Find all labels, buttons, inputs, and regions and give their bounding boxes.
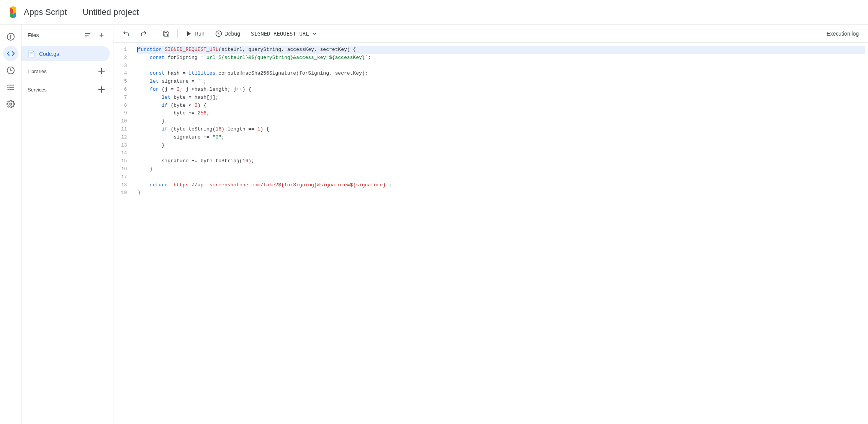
line-num-9: 9 bbox=[118, 109, 130, 117]
chevron-down-icon bbox=[311, 31, 318, 37]
app-name: Apps Script bbox=[24, 7, 67, 17]
file-panel-header: Files bbox=[21, 24, 113, 46]
sidebar-item-triggers[interactable] bbox=[3, 63, 18, 78]
code-line-2: const forSigning =`url=${siteUrl}&${quer… bbox=[138, 54, 865, 62]
line-num-11: 11 bbox=[118, 126, 130, 134]
code-icon bbox=[7, 49, 15, 58]
add-file-button[interactable] bbox=[96, 30, 107, 41]
debug-icon bbox=[215, 30, 222, 37]
code-line-10: } bbox=[138, 117, 865, 126]
file-panel: Files 📄 Code bbox=[21, 24, 113, 424]
code-line-7: let byte = hash[j]; bbox=[138, 94, 865, 102]
add-library-button[interactable] bbox=[96, 66, 107, 77]
line-num-16: 16 bbox=[118, 165, 130, 173]
run-label: Run bbox=[195, 31, 205, 37]
add-service-button[interactable] bbox=[96, 84, 107, 95]
list-icon bbox=[7, 83, 15, 91]
code-line-15: signature += byte.toString(16); bbox=[138, 157, 865, 165]
code-line-18: return `https://api.screenshotone.com/ta… bbox=[138, 181, 865, 189]
code-line-3 bbox=[138, 62, 865, 70]
line-num-7: 7 bbox=[118, 94, 130, 102]
services-title: Services bbox=[28, 87, 47, 93]
code-line-12: signature += "0"; bbox=[138, 134, 865, 142]
code-line-13: } bbox=[138, 142, 865, 150]
sort-files-button[interactable] bbox=[82, 30, 93, 41]
execution-log-button[interactable]: Execution log bbox=[822, 28, 863, 39]
line-num-8: 8 bbox=[118, 102, 130, 110]
file-item-code-gs[interactable]: 📄 Code.gs bbox=[21, 46, 110, 61]
line-num-17: 17 bbox=[118, 173, 130, 181]
undo-icon bbox=[123, 30, 129, 37]
code-line-4: const hash = Utilities.computeHmacSha256… bbox=[138, 70, 865, 78]
libraries-title: Libraries bbox=[28, 68, 47, 74]
file-panel-actions bbox=[82, 30, 107, 41]
google-apps-script-logo bbox=[6, 5, 20, 19]
undo-button[interactable] bbox=[118, 28, 134, 39]
plus-icon bbox=[96, 84, 107, 95]
toolbar-divider-1 bbox=[155, 29, 155, 38]
toolbar: Run Debug SIGNED_REQUEST_URL Execution l… bbox=[113, 24, 868, 43]
line-num-5: 5 bbox=[118, 78, 130, 86]
sidebar-item-info[interactable] bbox=[3, 29, 18, 44]
sidebar-item-executions[interactable] bbox=[3, 80, 18, 95]
header-divider bbox=[75, 7, 75, 18]
save-button[interactable] bbox=[158, 28, 174, 39]
code-line-1: function SIGNED_REQUEST_URL(siteUrl, que… bbox=[138, 46, 865, 54]
code-line-5: let signature = ''; bbox=[138, 78, 865, 86]
code-line-17 bbox=[138, 173, 865, 181]
gear-icon bbox=[7, 100, 15, 108]
line-num-15: 15 bbox=[118, 157, 130, 165]
plus-icon bbox=[96, 66, 107, 77]
line-num-19: 19 bbox=[118, 189, 130, 197]
debug-button[interactable]: Debug bbox=[211, 28, 245, 39]
line-num-6: 6 bbox=[118, 86, 130, 94]
file-name: Code.gs bbox=[39, 51, 59, 57]
debug-label: Debug bbox=[224, 31, 240, 37]
libraries-section-header: Libraries bbox=[21, 61, 113, 80]
project-name[interactable]: Untitled project bbox=[83, 7, 139, 17]
save-icon bbox=[163, 30, 170, 37]
function-selector[interactable]: SIGNED_REQUEST_URL bbox=[246, 28, 322, 39]
sidebar-item-settings[interactable] bbox=[3, 96, 18, 112]
sidebar-item-editor[interactable] bbox=[3, 46, 18, 61]
line-num-2: 2 bbox=[118, 54, 130, 62]
line-num-14: 14 bbox=[118, 149, 130, 157]
line-num-4: 4 bbox=[118, 70, 130, 78]
clock-icon bbox=[7, 66, 15, 75]
main-layout: Files 📄 Code bbox=[0, 24, 868, 424]
services-section-header: Services bbox=[21, 80, 113, 98]
icon-sidebar bbox=[0, 24, 21, 424]
line-num-3: 3 bbox=[118, 62, 130, 70]
line-num-10: 10 bbox=[118, 117, 130, 126]
code-line-19: } bbox=[138, 189, 865, 197]
redo-button[interactable] bbox=[136, 28, 152, 39]
run-button[interactable]: Run bbox=[181, 28, 209, 39]
code-line-6: for (j = 0; j <hash.length; j++) { bbox=[138, 86, 865, 94]
line-num-18: 18 bbox=[118, 181, 130, 189]
sort-icon bbox=[84, 32, 91, 39]
code-line-11: if (byte.toString(16).length == 1) { bbox=[138, 126, 865, 134]
redo-icon bbox=[140, 30, 147, 37]
files-title: Files bbox=[28, 32, 39, 38]
code-line-16: } bbox=[138, 165, 865, 173]
code-line-9: byte += 256; bbox=[138, 109, 865, 117]
editor-wrapper: Run Debug SIGNED_REQUEST_URL Execution l… bbox=[113, 24, 868, 424]
logo-area: Apps Script bbox=[6, 5, 67, 19]
run-icon bbox=[185, 30, 192, 37]
line-num-13: 13 bbox=[118, 142, 130, 150]
code-lines: function SIGNED_REQUEST_URL(siteUrl, que… bbox=[135, 46, 868, 197]
toolbar-divider-2 bbox=[177, 29, 178, 38]
line-num-12: 12 bbox=[118, 134, 130, 142]
line-numbers: 1 2 3 4 5 6 7 8 9 10 11 12 13 14 15 16 1 bbox=[113, 46, 135, 197]
line-num-1: 1 bbox=[118, 46, 130, 54]
file-icon: 📄 bbox=[28, 50, 35, 57]
execution-log-label: Execution log bbox=[827, 31, 859, 37]
code-line-8: if (byte < 0) { bbox=[138, 102, 865, 110]
plus-icon bbox=[98, 32, 105, 39]
info-icon bbox=[7, 33, 15, 41]
svg-point-7 bbox=[10, 103, 12, 105]
svg-line-19 bbox=[219, 34, 219, 34]
header: Apps Script Untitled project bbox=[0, 0, 868, 24]
code-line-14 bbox=[138, 149, 865, 157]
code-editor[interactable]: 1 2 3 4 5 6 7 8 9 10 11 12 13 14 15 16 1 bbox=[113, 43, 868, 424]
